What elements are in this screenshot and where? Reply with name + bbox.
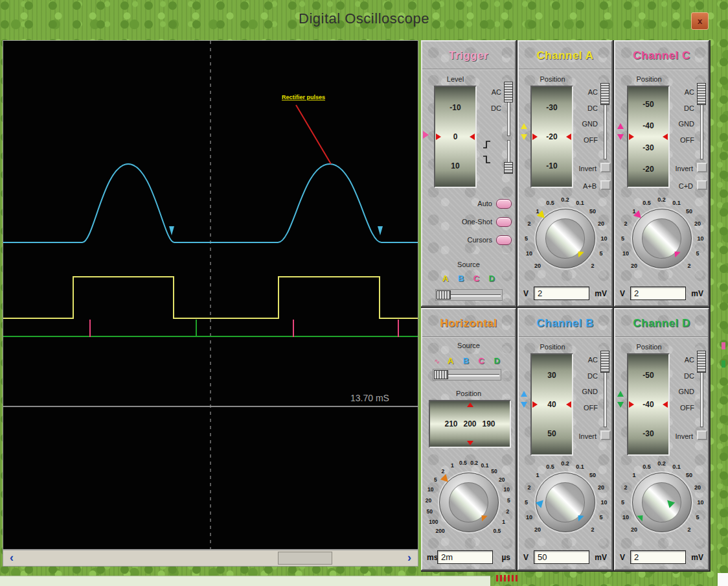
invert-button[interactable] (697, 163, 707, 172)
horizontal-position-display[interactable]: 210 200 190 (429, 400, 511, 448)
trigger-wave-icon: ∿ (434, 357, 440, 365)
position-marker-icon[interactable] (617, 391, 624, 408)
coupling-slider[interactable] (697, 83, 707, 159)
auto-button[interactable] (496, 199, 512, 209)
slider-handle[interactable] (697, 351, 706, 373)
slider-handle[interactable] (504, 82, 513, 102)
knob-scale-label: 20 (598, 484, 604, 491)
unit-volts-label: V (620, 553, 625, 562)
scope-canvas: Rectifier pulses 13.70 mS (3, 41, 418, 549)
invert-button[interactable] (697, 430, 707, 440)
position-display[interactable]: -50 -40 -30 (627, 353, 670, 456)
position-value: 210 (444, 419, 457, 428)
slider-handle[interactable] (434, 370, 448, 379)
position-value: -30 (643, 143, 654, 152)
volts-div-knob[interactable] (632, 473, 692, 532)
position-display[interactable]: -50 -40 -30 -20 (627, 86, 670, 188)
knob-scale-label: 0.5 (643, 463, 651, 470)
slider-handle[interactable] (697, 83, 706, 105)
display-arrow-icon (566, 401, 571, 408)
knob-scale-label: 10 (600, 235, 607, 242)
cursors-button[interactable] (496, 235, 512, 245)
scroll-right-icon[interactable]: › (402, 550, 416, 566)
knob-scale-label: 1 (502, 519, 505, 525)
scroll-left-icon[interactable]: ‹ (5, 550, 19, 566)
knob-scale-label: 200 (436, 528, 445, 534)
close-icon[interactable]: x (691, 12, 709, 30)
knob-scale-label: 50 (491, 468, 497, 475)
volts-div-knob-area: 20105210.50.20.150201052 (519, 193, 611, 285)
knob-scale-label: 2 (591, 263, 594, 269)
trigger-level-marker-icon[interactable] (423, 131, 433, 139)
knob-scale-label: 1 (451, 462, 454, 469)
knob-scale-label: 10 (697, 235, 703, 242)
knob-scale-label: 1 (536, 472, 540, 478)
source-a-option[interactable]: A (442, 274, 448, 283)
coupling-slider[interactable] (600, 351, 610, 427)
scrollbar-thumb[interactable] (278, 552, 332, 565)
display-arrow-icon (663, 401, 668, 408)
knob-scale-label: 5 (525, 499, 528, 506)
position-value: -30 (546, 103, 557, 112)
rising-edge-icon[interactable] (482, 140, 492, 149)
knob-scale-label: 0.5 (546, 463, 554, 470)
coupling-gnd-label: GND (572, 384, 598, 400)
source-b-option[interactable]: B (458, 274, 464, 283)
volts-div-knob-area: 20105210.50.20.150201052 (615, 456, 708, 548)
trigger-coupling-slider[interactable] (504, 82, 514, 136)
knob-scale-label: 2 (687, 263, 690, 269)
knob-scale-label: 1 (536, 208, 540, 215)
knob-scale-label: 5 (599, 250, 602, 257)
invert-button[interactable] (600, 163, 611, 172)
source-b-option[interactable]: B (463, 356, 469, 366)
position-display[interactable]: 30 40 50 (530, 353, 573, 456)
source-a-option[interactable]: A (448, 356, 453, 366)
horizontal-source-slider[interactable] (433, 369, 501, 381)
one-shot-button[interactable] (496, 217, 512, 227)
auto-label: Auto (422, 200, 492, 207)
scope-scrollbar[interactable]: ‹ › (3, 550, 418, 567)
slider-handle[interactable] (600, 83, 609, 105)
scope-annotation: Rectifier pulses (282, 94, 325, 100)
knob-scale-label: 50 (589, 472, 596, 478)
volts-div-knob-area: 20105210.50.20.150201052 (519, 456, 611, 548)
position-display[interactable]: -30 -20 -10 (530, 86, 573, 188)
slider-handle[interactable] (437, 290, 451, 299)
source-d-option[interactable]: D (494, 356, 499, 366)
coupling-ac-label: AC (572, 84, 598, 100)
scope-grid (3, 41, 418, 549)
knob-scale-label: 20 (534, 263, 541, 269)
knob-scale-label: 2 (528, 220, 531, 227)
knob-scale-label: 10 (622, 250, 629, 257)
coupling-off-label: OFF (572, 132, 598, 148)
falling-edge-icon[interactable] (482, 155, 492, 164)
source-label: Source (422, 342, 515, 349)
coupling-dc-label: DC (668, 368, 694, 384)
trigger-source-slider[interactable] (435, 289, 503, 301)
source-c-option[interactable]: C (479, 356, 484, 366)
knob-scale-label: 0.2 (561, 196, 569, 203)
level-value: 0 (453, 132, 458, 141)
knob-scale-label: 0.1 (576, 463, 584, 470)
position-marker-icon[interactable] (521, 391, 527, 408)
knob-scale-label: 2 (506, 508, 509, 515)
scope-display[interactable]: Rectifier pulses 13.70 mS (3, 40, 418, 550)
sum-button[interactable] (600, 180, 611, 190)
unit-millivolts-label: mV (595, 289, 607, 298)
coupling-dc-label: DC (668, 100, 694, 117)
knob-scale-label: 5 (696, 250, 699, 257)
slider-handle[interactable] (504, 162, 513, 174)
source-c-option[interactable]: C (473, 274, 479, 283)
trigger-level-display[interactable]: -10 0 10 (434, 86, 477, 188)
coupling-slider[interactable] (697, 351, 707, 427)
invert-button[interactable] (600, 430, 611, 440)
position-marker-icon[interactable] (617, 123, 624, 140)
coupling-slider[interactable] (600, 83, 610, 159)
slider-handle[interactable] (600, 351, 609, 373)
source-d-option[interactable]: D (489, 274, 495, 283)
trigger-edge-slider[interactable] (504, 140, 514, 174)
position-marker-icon[interactable] (521, 123, 527, 140)
invert-label: Invert (519, 432, 597, 440)
sum-button[interactable] (697, 180, 707, 190)
knob-scale-label: 5 (525, 235, 528, 242)
